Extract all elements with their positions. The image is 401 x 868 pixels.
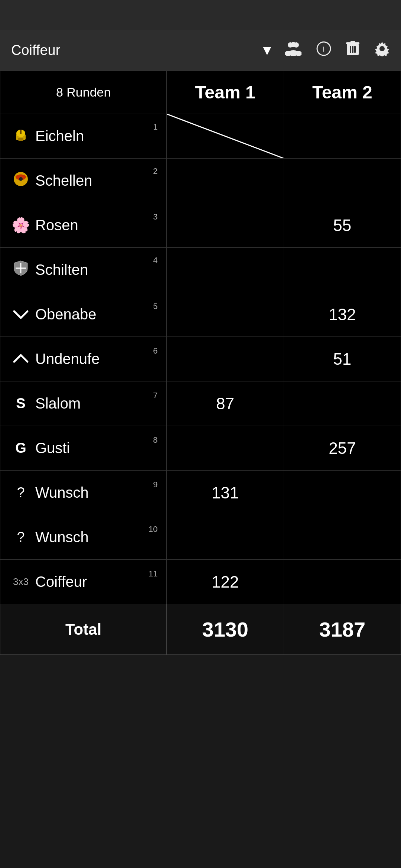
wunsch2-icon: ? (12, 529, 30, 545)
undenufe-label: Undenufe (35, 351, 100, 367)
total-row: Total 3130 3187 (0, 604, 401, 655)
row-label-cell: G Gusti 8 (0, 426, 167, 471)
table-row[interactable]: 3x3 Coiffeur 11 122 (0, 560, 401, 604)
svg-rect-12 (352, 46, 353, 53)
undenufe-team2[interactable]: 51 (284, 337, 401, 381)
table-row[interactable]: Obenabe 5 132 (0, 292, 401, 337)
wunsch1-label: Wunsch (35, 484, 89, 501)
coiffeur-label: Coiffeur (35, 573, 87, 590)
toolbar: Coiffeur ▼ i (0, 30, 401, 71)
table-row[interactable]: 🌸 Rosen 3 55 (0, 203, 401, 248)
gusti-team2[interactable]: 257 (284, 426, 401, 471)
slalom-team1[interactable]: 87 (167, 381, 284, 426)
total-team1: 3130 (167, 604, 284, 655)
total-label: Total (0, 604, 167, 655)
toolbar-icons: i (285, 41, 390, 60)
undenufe-team1[interactable] (167, 337, 284, 381)
team2-header: Team 2 (284, 71, 401, 114)
row-number-4: 4 (153, 256, 157, 264)
table-row[interactable]: Eicheln 1 (0, 114, 401, 159)
eicheln-label: Eicheln (35, 128, 84, 144)
wunsch1-team2[interactable] (284, 471, 401, 515)
slalom-team2[interactable] (284, 381, 401, 426)
table-header: 8 Runden Team 1 Team 2 (0, 71, 401, 114)
svg-point-2 (291, 42, 296, 47)
people-icon[interactable] (285, 41, 301, 59)
row-number-2: 2 (153, 167, 157, 175)
team1-header: Team 1 (167, 71, 284, 114)
toolbar-title: Coiffeur (11, 42, 249, 58)
row-label-cell: Eicheln 1 (0, 114, 167, 159)
row-number-1: 1 (153, 123, 157, 131)
svg-text:i: i (323, 44, 325, 53)
row-label-cell: Schellen 2 (0, 159, 167, 203)
svg-line-20 (167, 114, 283, 158)
dropdown-arrow[interactable]: ▼ (260, 42, 274, 58)
table-row[interactable]: ? Wunsch 10 (0, 515, 401, 560)
rosen-team2[interactable]: 55 (284, 203, 401, 248)
row-number-10: 10 (149, 525, 157, 533)
schilten-team2[interactable] (284, 248, 401, 292)
gusti-label: Gusti (35, 440, 70, 456)
eicheln-icon (12, 127, 30, 146)
obenabe-icon (12, 306, 30, 323)
wunsch2-team1[interactable] (167, 515, 284, 560)
row-label-cell: Undenufe 6 (0, 337, 167, 381)
coiffeur-team2[interactable] (284, 560, 401, 604)
wunsch1-icon: ? (12, 485, 30, 501)
wunsch1-team1[interactable]: 131 (167, 471, 284, 515)
rounds-header: 8 Runden (0, 71, 167, 114)
svg-point-15 (379, 46, 385, 51)
row-number-11: 11 (149, 570, 157, 578)
table-row[interactable]: G Gusti 8 257 (0, 426, 401, 471)
row-label-cell: ? Wunsch 9 (0, 471, 167, 515)
obenabe-team2[interactable]: 132 (284, 292, 401, 337)
svg-point-22 (19, 177, 23, 181)
svg-rect-13 (354, 46, 356, 53)
table-row[interactable]: ? Wunsch 9 131 (0, 471, 401, 515)
table-row[interactable]: Schilten 4 (0, 248, 401, 292)
row-number-9: 9 (153, 481, 157, 489)
row-number-7: 7 (153, 391, 157, 400)
undenufe-icon (12, 351, 30, 367)
gusti-icon: G (12, 440, 30, 456)
table-row[interactable]: S Slalom 7 87 (0, 381, 401, 426)
row-number-8: 8 (153, 436, 157, 444)
eicheln-team2[interactable] (284, 114, 401, 159)
row-label-cell: S Slalom 7 (0, 381, 167, 426)
total-team2: 3187 (284, 604, 401, 655)
row-number-3: 3 (153, 213, 157, 221)
gusti-team1[interactable] (167, 426, 284, 471)
slalom-icon: S (12, 396, 30, 412)
info-icon[interactable]: i (316, 41, 331, 59)
slalom-label: Slalom (35, 395, 81, 412)
svg-rect-17 (18, 138, 23, 141)
svg-rect-19 (20, 130, 22, 134)
row-label-cell: Obenabe 5 (0, 292, 167, 337)
schilten-team1[interactable] (167, 248, 284, 292)
rosen-label: Rosen (35, 217, 78, 234)
status-bar (0, 0, 401, 30)
rosen-team1[interactable] (167, 203, 284, 248)
schilten-icon (12, 260, 30, 280)
schellen-team2[interactable] (284, 159, 401, 203)
schellen-label: Schellen (35, 172, 92, 189)
row-number-6: 6 (153, 347, 157, 355)
row-label-cell: Schilten 4 (0, 248, 167, 292)
table-row[interactable]: Schellen 2 (0, 159, 401, 203)
obenabe-team1[interactable] (167, 292, 284, 337)
wunsch2-team2[interactable] (284, 515, 401, 560)
row-label-cell: ? Wunsch 10 (0, 515, 167, 560)
row-number-5: 5 (153, 302, 157, 311)
delete-icon[interactable] (346, 41, 359, 60)
coiffeur-team1[interactable]: 122 (167, 560, 284, 604)
eicheln-team1[interactable] (167, 114, 284, 159)
wunsch2-label: Wunsch (35, 529, 89, 546)
row-label-cell: 3x3 Coiffeur 11 (0, 560, 167, 604)
table-row[interactable]: Undenufe 6 51 (0, 337, 401, 381)
schellen-icon (12, 171, 30, 191)
settings-icon[interactable] (374, 41, 390, 60)
scores-table: 8 Runden Team 1 Team 2 Eicheln (0, 71, 401, 655)
coiffeur-icon: 3x3 (12, 576, 30, 588)
schellen-team1[interactable] (167, 159, 284, 203)
